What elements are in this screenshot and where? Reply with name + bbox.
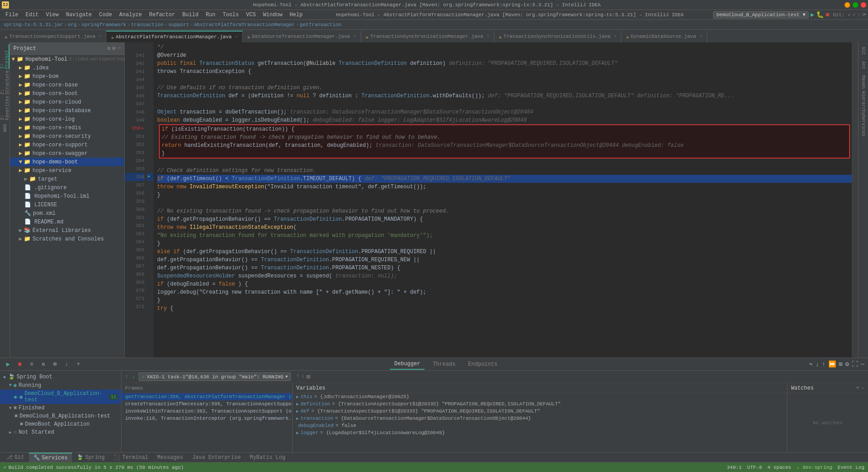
debug-step-into[interactable]: ↓ <box>815 361 819 368</box>
scrollbar-overview[interactable] <box>852 42 858 358</box>
threads-tab[interactable]: Threads <box>428 359 460 369</box>
menu-code[interactable]: Code <box>95 11 116 19</box>
tree-core-boot[interactable]: ▶ 📁 hope-core-boot <box>10 89 124 98</box>
services-restart-btn[interactable]: ▶ <box>4 360 13 369</box>
menu-navigate[interactable]: Navigate <box>62 11 95 19</box>
services-btn6[interactable]: ↓ <box>62 360 71 369</box>
terminal-tab[interactable]: ⬛Terminal <box>109 453 153 462</box>
ant-icon[interactable]: Ant <box>859 59 868 72</box>
favorites-icon[interactable]: 2: Favorites <box>0 95 9 120</box>
menu-window[interactable]: Window <box>259 11 286 19</box>
tree-service[interactable]: ▶ 📁 hope-service <box>10 166 124 175</box>
menu-vcs[interactable]: VCS <box>243 11 260 19</box>
close-button[interactable] <box>861 2 866 8</box>
var-debug-enabled[interactable]: debugEnabled = false <box>293 422 787 429</box>
tree-pom[interactable]: 🔧 pom.xml <box>10 209 124 218</box>
messages-tab[interactable]: Messages <box>153 454 188 462</box>
services-btn5[interactable]: ⊞ <box>50 360 59 369</box>
tab-abstract-platform[interactable]: ☕ AbstractPlatformTransactionManager.jav… <box>106 31 242 42</box>
tree-license[interactable]: 📄 LICENSE <box>10 200 124 209</box>
maven-icon[interactable]: Maven <box>859 73 868 91</box>
running-group[interactable]: ▼ ◉ Running <box>0 381 121 390</box>
tab-close[interactable]: × <box>487 34 489 39</box>
tree-gitignore[interactable]: 📄 .gitignore <box>10 183 124 192</box>
services-btn4[interactable]: ⇅ <box>39 360 48 369</box>
tree-iml[interactable]: 📄 Hopehomi-Tool.iml <box>10 192 124 200</box>
spring-boot-group[interactable]: ▶ 🍃 Spring Boot <box>0 372 121 381</box>
tree-core-redis[interactable]: ▶ 📁 hope-core-redis <box>10 123 124 132</box>
menu-view[interactable]: View <box>42 11 63 19</box>
breadcrumb-item[interactable]: getTransaction <box>300 22 341 27</box>
tree-target[interactable]: ▶ 📁 target <box>10 175 124 183</box>
web-icon[interactable]: Web <box>0 121 9 135</box>
debug-arrow-up[interactable]: ↑ <box>296 373 299 381</box>
frame-item-2[interactable]: invokeWithinTransaction:382, Transaction… <box>122 408 292 415</box>
debugger-tab[interactable]: Debugger <box>390 359 425 370</box>
tab-sync-utils[interactable]: ☕ TransactionSynchronizationUtils.java × <box>494 31 622 42</box>
breadcrumb-item[interactable]: AbstractPlatformTransactionManager <box>194 22 295 27</box>
services-tab[interactable]: 🔧Services <box>29 453 72 462</box>
maximize-button[interactable] <box>853 2 858 8</box>
frame-item-3[interactable]: invoke:119, TransactionInterceptor (org.… <box>122 415 292 422</box>
minimize-button[interactable] <box>845 2 850 8</box>
debug-settings[interactable]: ⚙ <box>845 360 849 368</box>
java-enterprise-tab[interactable]: Java Enterprise <box>188 454 245 462</box>
spring-tab[interactable]: 🍃Spring <box>72 453 109 462</box>
tab-transaction-aspect[interactable]: ☕ TransactionAspectSupport.java × <box>0 31 106 42</box>
debug-step-over[interactable]: ↷ <box>809 360 812 368</box>
democloud-finished[interactable]: ■ DemoCloud_B_Application-test <box>0 412 121 420</box>
menu-file[interactable]: File <box>2 11 22 19</box>
tree-core-database[interactable]: ▶ 📁 hope-core-database <box>10 106 124 115</box>
not-started-group[interactable]: ▶ ○ Not Started <box>0 428 121 436</box>
panel-maximize[interactable]: ⛶ <box>852 361 858 368</box>
project-layout-icon[interactable]: ⊞ <box>113 45 116 52</box>
frame-prev-btn[interactable]: ↑ <box>125 374 128 380</box>
tree-idea[interactable]: ▶ 📁 .idea <box>10 64 124 72</box>
var-def[interactable]: ▶ def = {TransactionAspectSupport$1@2033… <box>293 408 787 415</box>
mybatis-tab[interactable]: MyBatis Log <box>245 454 290 462</box>
tree-demo-boot[interactable]: ▼ 📁 hope-demo-boot <box>10 158 124 166</box>
var-this[interactable]: ▶ this = {JdbcTransactionManager@20025} <box>293 393 787 400</box>
git-tab[interactable]: ⎇Git <box>2 453 29 462</box>
menu-help[interactable]: Help <box>286 11 306 19</box>
tree-core-cloud[interactable]: ▶ 📁 hope-core-cloud <box>10 98 124 106</box>
breadcrumb-item[interactable]: spring-tx-5.3.21.jar <box>4 22 63 27</box>
services-stop-btn[interactable]: ■ <box>15 360 24 369</box>
services-btn7[interactable]: + <box>74 360 83 369</box>
frame-item-0[interactable]: getTransaction:356, AbstractPlatformTran… <box>122 393 292 400</box>
tree-core-security[interactable]: ▶ 📁 hope-core-security <box>10 132 124 141</box>
code-content[interactable]: */ @Override public final TransactionSta… <box>154 42 852 358</box>
services-right-icon[interactable]: Services <box>859 115 868 136</box>
code-editor[interactable]: 341 342 343 344 345 346 347 348 349 350 … <box>125 42 858 358</box>
finished-group[interactable]: ▼ ■ Finished <box>0 404 121 412</box>
tab-close[interactable]: × <box>353 34 356 39</box>
debug-arrow-down[interactable]: ↓ <box>301 373 304 381</box>
tab-dynamic-datasource[interactable]: ☕ DynamicDataSource.java × <box>621 31 707 42</box>
tree-readme[interactable]: 📄 README.md <box>10 218 124 226</box>
event-log[interactable]: Event Log <box>838 465 864 470</box>
tree-core-swagger[interactable]: ▶ 📁 hope-core-swagger <box>10 149 124 158</box>
run-config-dropdown[interactable]: DemoCloud_B_Application-test ▼ <box>713 11 809 18</box>
frame-item-1[interactable]: createTransactionIfNecessary:595, Transa… <box>122 400 292 408</box>
project-settings-icon[interactable]: ⚙ <box>107 45 110 52</box>
frame-next-btn[interactable]: ↓ <box>132 374 135 380</box>
watches-add-btn[interactable]: + <box>856 385 859 391</box>
debug-step-out[interactable]: ↑ <box>822 361 825 368</box>
breadcrumb-item[interactable]: support <box>168 22 189 27</box>
tree-core-base[interactable]: ▶ 📁 hope-core-base <box>10 81 124 89</box>
tab-close[interactable]: × <box>614 34 616 39</box>
menu-run[interactable]: Run <box>202 11 219 19</box>
var-definition[interactable]: ▶ definition = {TransactionAspectSupport… <box>293 400 787 408</box>
project-icon[interactable]: 1: Project <box>0 44 9 69</box>
hierarchy-icon[interactable]: Hierarchy <box>859 92 868 114</box>
var-logger[interactable]: ▶ logger = {LogAdapter$Slf4jLocationAwar… <box>293 429 787 436</box>
project-minimize-icon[interactable]: ─ <box>118 45 121 52</box>
var-transaction[interactable]: ▶ transaction = {DataSourceTransactionMa… <box>293 415 787 422</box>
tab-close[interactable]: × <box>700 34 702 39</box>
panel-minimize[interactable]: ─ <box>861 361 864 368</box>
tree-core-log[interactable]: ▶ 📁 hope-core-log <box>10 115 124 123</box>
menu-refactor[interactable]: Refactor <box>145 11 179 19</box>
demoboot-app[interactable]: ■ DemoBoot Application <box>0 420 121 428</box>
tree-bom[interactable]: ▶ 📁 hope-bom <box>10 72 124 81</box>
tab-close[interactable]: × <box>99 34 101 39</box>
